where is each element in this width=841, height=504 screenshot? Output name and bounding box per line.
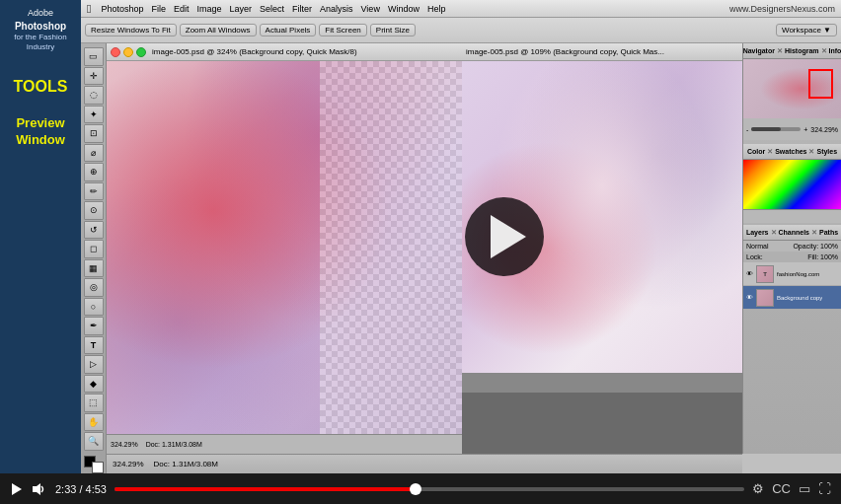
layer1-visibility-icon[interactable]: 👁 bbox=[746, 270, 753, 277]
tool-eyedropper[interactable]: ⌀ bbox=[84, 144, 104, 163]
menu-analysis[interactable]: Analysis bbox=[320, 4, 353, 14]
navigator-panel: Navigator ✕ Histogram ✕ Info - + 324.29% bbox=[743, 43, 841, 142]
tool-clone-stamp[interactable]: ⊙ bbox=[84, 201, 104, 220]
foreground-background-colors[interactable] bbox=[84, 456, 104, 473]
svg-marker-0 bbox=[12, 483, 22, 495]
volume-icon bbox=[32, 482, 47, 496]
layer-row-1[interactable]: 👁 T fashionNog.com bbox=[743, 262, 841, 286]
tool-text[interactable]: T bbox=[84, 336, 104, 355]
info-tab[interactable]: Info bbox=[829, 47, 841, 54]
play-button-container bbox=[465, 197, 544, 276]
tool-hand[interactable]: ✋ bbox=[84, 413, 104, 432]
layer-row-2[interactable]: 👁 Background copy bbox=[743, 286, 841, 310]
tool-eraser[interactable]: ◻ bbox=[84, 240, 104, 258]
color-controls bbox=[743, 209, 841, 223]
statusbar-doc-size: Doc: 1.31M/3.08M bbox=[154, 460, 218, 468]
play-button[interactable] bbox=[465, 197, 544, 276]
video-controls-bar: 2:33 / 4:53 ⚙ CC ▭ ⛶ bbox=[0, 473, 841, 504]
ps-screenshot:  Photoshop File Edit Image Layer Select… bbox=[81, 0, 841, 473]
navigator-viewport-box bbox=[808, 69, 833, 99]
menu-file[interactable]: File bbox=[151, 4, 166, 14]
tool-crop[interactable]: ⊡ bbox=[84, 124, 104, 143]
color-tab[interactable]: Color bbox=[747, 148, 765, 155]
menu-view[interactable]: View bbox=[361, 4, 380, 14]
progress-thumb bbox=[410, 483, 421, 495]
menu-layer[interactable]: Layer bbox=[229, 4, 252, 14]
menu-image[interactable]: Image bbox=[196, 4, 221, 14]
layer2-name[interactable]: Background copy bbox=[777, 295, 822, 301]
tool-healing[interactable]: ⊕ bbox=[84, 163, 104, 181]
workspace-btn[interactable]: Workspace ▼ bbox=[776, 24, 837, 36]
layer1-name[interactable]: fashionNog.com bbox=[777, 271, 819, 277]
tool-3d[interactable]: ⬚ bbox=[84, 394, 104, 412]
tool-path-select[interactable]: ▷ bbox=[84, 355, 104, 374]
opacity-label: Opacity: bbox=[793, 243, 818, 250]
tool-shape[interactable]: ◆ bbox=[84, 375, 104, 394]
color-swatch[interactable] bbox=[743, 160, 841, 209]
fill-value[interactable]: 100% bbox=[820, 253, 838, 260]
zoom-slider-fill bbox=[751, 127, 781, 131]
maximize-button-doc1[interactable] bbox=[136, 47, 146, 57]
tool-history-brush[interactable]: ↺ bbox=[84, 221, 104, 240]
layers-tab[interactable]: Layers bbox=[746, 229, 769, 236]
volume-button[interactable] bbox=[32, 482, 47, 496]
document-1-window: image-005.psd @ 324% (Background copy, Q… bbox=[107, 43, 462, 454]
doc1-statusbar: 324.29% Doc: 1.31M/3.08M bbox=[107, 434, 462, 454]
menu-window[interactable]: Window bbox=[388, 4, 420, 14]
layers-panel-header: Layers ✕ Channels ✕ Paths bbox=[743, 225, 841, 241]
fullscreen-icon[interactable]: ⛶ bbox=[818, 481, 831, 496]
website-label: www.DesignersNexus.com bbox=[729, 4, 835, 14]
statusbar-zoom: 324.29% bbox=[113, 460, 144, 468]
tool-zoom[interactable]: 🔍 bbox=[84, 432, 104, 451]
tool-marquee[interactable]: ▭ bbox=[84, 47, 104, 66]
tool-magic-wand[interactable]: ✦ bbox=[84, 106, 104, 124]
zoom-in-icon[interactable]: + bbox=[803, 126, 807, 133]
layers-lock-row: Lock: Fill: 100% bbox=[743, 252, 841, 262]
actual-pixels-btn[interactable]: Actual Pixels bbox=[260, 24, 317, 36]
print-size-btn[interactable]: Print Size bbox=[370, 24, 416, 36]
tool-dodge[interactable]: ○ bbox=[84, 298, 104, 317]
minimize-button-doc1[interactable] bbox=[123, 47, 133, 57]
apple-icon:  bbox=[87, 2, 91, 16]
navigator-thumbnail bbox=[743, 59, 841, 118]
progress-bar[interactable] bbox=[115, 487, 744, 491]
tool-gradient[interactable]: ▦ bbox=[84, 259, 104, 278]
histogram-tab[interactable]: Histogram bbox=[785, 47, 819, 54]
menu-help[interactable]: Help bbox=[427, 4, 446, 14]
time-display: 2:33 / 4:53 bbox=[55, 483, 107, 495]
adobe-label: Adobe bbox=[6, 8, 75, 20]
preview-window-label: Preview Window bbox=[6, 115, 75, 149]
theater-mode-icon[interactable]: ▭ bbox=[799, 481, 810, 496]
tool-blur[interactable]: ◎ bbox=[84, 278, 104, 297]
paths-tab[interactable]: Paths bbox=[819, 229, 838, 236]
zoom-all-windows-btn[interactable]: Zoom All Windows bbox=[180, 24, 257, 36]
doc1-titlebar: image-005.psd @ 324% (Background copy, Q… bbox=[107, 43, 462, 61]
lock-label: Lock: bbox=[746, 253, 763, 260]
zoom-out-icon[interactable]: - bbox=[746, 126, 748, 133]
doc1-title: image-005.psd @ 324% (Background copy, Q… bbox=[152, 47, 357, 56]
resize-windows-btn[interactable]: Resize Windows To Fit bbox=[85, 24, 177, 36]
blend-mode-select[interactable]: Normal bbox=[746, 243, 769, 250]
opacity-value[interactable]: 100% bbox=[820, 243, 838, 250]
channels-tab[interactable]: Channels bbox=[779, 229, 810, 236]
doc1-zoom: 324.29% bbox=[111, 441, 138, 448]
styles-tab[interactable]: Styles bbox=[816, 148, 837, 155]
fit-screen-btn[interactable]: Fit Screen bbox=[319, 24, 366, 36]
tools-label: TOOLS bbox=[14, 78, 68, 96]
menu-select[interactable]: Select bbox=[260, 4, 284, 14]
navigator-tab[interactable]: Navigator bbox=[743, 47, 775, 54]
layer1-thumb: T bbox=[756, 265, 774, 283]
layer2-visibility-icon[interactable]: 👁 bbox=[746, 294, 753, 301]
tool-brush[interactable]: ✏ bbox=[84, 182, 104, 201]
menu-filter[interactable]: Filter bbox=[292, 4, 312, 14]
tool-lasso[interactable]: ◌ bbox=[84, 86, 104, 105]
tool-pen[interactable]: ✒ bbox=[84, 317, 104, 335]
captions-icon[interactable]: CC bbox=[772, 481, 791, 496]
tool-move[interactable]: ✛ bbox=[84, 67, 104, 86]
menu-photoshop[interactable]: Photoshop bbox=[101, 4, 143, 14]
settings-icon[interactable]: ⚙ bbox=[752, 481, 764, 496]
play-pause-button[interactable] bbox=[10, 482, 24, 496]
close-button-doc1[interactable] bbox=[111, 47, 120, 57]
menu-edit[interactable]: Edit bbox=[174, 4, 190, 14]
swatches-tab[interactable]: Swatches bbox=[775, 148, 806, 155]
